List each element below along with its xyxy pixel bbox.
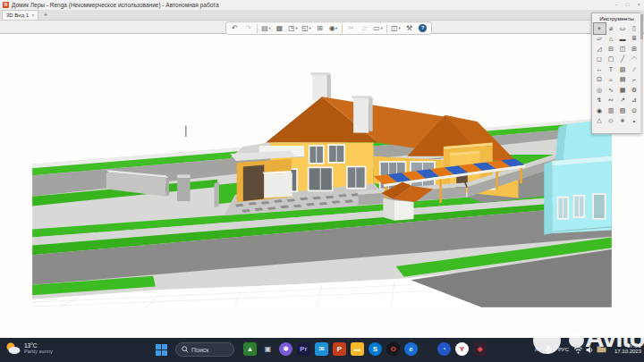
tool-point[interactable]: •	[629, 116, 640, 127]
viewport-3d[interactable]	[0, 34, 644, 338]
copy-button[interactable]: ▱	[358, 23, 371, 34]
cut-button[interactable]: ✂	[344, 23, 358, 34]
tool-dimension[interactable]: ↔	[594, 64, 606, 75]
close-button[interactable]: ×	[637, 0, 640, 10]
tool-bolt[interactable]: ⊙	[629, 105, 640, 116]
tool-roof[interactable]: ⌂	[606, 34, 617, 45]
toolbar: ↶↷▤▾▦◳▾◱▾⊞◉▾✂▱▭▾◫▾⚒?	[0, 21, 644, 34]
tab-close-icon[interactable]: ×	[31, 13, 34, 18]
panel-scrollbar[interactable]	[640, 13, 643, 134]
paste-button[interactable]: ▭▾	[371, 23, 385, 34]
app-skype-icon[interactable]: S	[369, 342, 382, 356]
renga-app-icon: R	[3, 2, 9, 8]
app-opera-icon[interactable]: O	[386, 342, 400, 356]
start-button[interactable]	[156, 344, 167, 356]
tool-floor[interactable]: ▱	[594, 34, 606, 45]
print-button[interactable]: ⊞	[313, 23, 326, 34]
tool-weld[interactable]: △	[594, 116, 606, 127]
tool-foundation[interactable]: ⊟	[606, 44, 617, 55]
tool-mark[interactable]: ◇	[606, 116, 617, 127]
app-edge-icon[interactable]: e	[404, 342, 418, 356]
tool-column[interactable]: ▯	[629, 23, 640, 34]
new-tab-button[interactable]: +	[40, 11, 50, 20]
app-browser-icon[interactable]: ◔	[437, 342, 451, 356]
app-game-app-icon[interactable]: ◆	[473, 342, 487, 356]
weather-temp: 13°C	[24, 342, 53, 349]
app-powerpoint-icon[interactable]: P	[333, 342, 346, 356]
view-mode-button[interactable]: ▤▾	[259, 23, 273, 34]
tool-electric[interactable]: ↯	[594, 96, 606, 106]
tool-beam[interactable]: ▬	[617, 34, 629, 45]
tool-ramp[interactable]: ◿	[594, 44, 606, 55]
minimize-button[interactable]: –	[615, 0, 618, 10]
app-photos-icon[interactable]: ▲	[243, 342, 257, 356]
tool-view[interactable]: ◉	[594, 105, 606, 116]
tool-text[interactable]: T	[606, 64, 617, 75]
tray-folder-icon[interactable]	[597, 345, 606, 353]
tool-equipment[interactable]: ⚙	[629, 85, 640, 96]
tool-route[interactable]: ↗	[617, 96, 629, 106]
app-mail-icon[interactable]: ✉	[315, 342, 328, 356]
tool-room[interactable]: ▢	[606, 55, 617, 65]
tool-pipe[interactable]: ∿	[606, 85, 617, 96]
date: 17.10.2023	[614, 349, 641, 354]
tool-symbol[interactable]: ∗	[617, 116, 629, 127]
tools-grid: ⌖⌀▭▯▱⌂▬≣◿⊟◫⊞◻▢╱◠↔T▨∕⊡≈▤⌐◎∿▦⚙↯∾↗⊿◉▥▧⊙△◇∗•	[592, 21, 641, 126]
tool-opening[interactable]: ◻	[594, 55, 606, 65]
language-indicator[interactable]: РУС	[558, 347, 569, 352]
tool-wall[interactable]: ▭	[617, 23, 629, 34]
microphone-icon[interactable]	[545, 345, 552, 355]
tool-plate[interactable]: ▤	[617, 75, 629, 86]
tool-sheet[interactable]: ▧	[617, 105, 629, 116]
speaker-icon[interactable]	[586, 346, 594, 354]
maximize-button[interactable]: □	[626, 0, 630, 10]
tool-hole[interactable]: ◎	[594, 85, 606, 96]
window-title: Домик Леры - Renga (Некоммерческое испол…	[12, 2, 219, 8]
app-task-view-icon[interactable]: ▣	[261, 342, 275, 356]
weather-widget[interactable]: 13°C Partly sunny	[5, 341, 53, 355]
redo-button[interactable]: ↷	[242, 23, 255, 34]
tool-grid-axis[interactable]: ◠	[629, 55, 640, 65]
tool-cable[interactable]: ∾	[606, 96, 617, 106]
measure-tools-button[interactable]: ⚒	[402, 23, 416, 34]
tool-door[interactable]: ◫	[617, 44, 629, 55]
tool-duct[interactable]: ▦	[617, 85, 629, 96]
app-premiere-icon[interactable]: Pr	[297, 342, 310, 356]
tab-3d-view[interactable]: 3D Вид 1 ×	[2, 10, 38, 20]
save-button[interactable]: ◳▾	[286, 23, 300, 34]
tool-rebar[interactable]: ≈	[606, 75, 617, 86]
export-button[interactable]: ◱▾	[300, 23, 313, 34]
clock[interactable]: 17:01 17.10.2023	[614, 342, 641, 354]
tool-level[interactable]: ╱	[617, 55, 629, 65]
undo-button[interactable]: ↶	[228, 23, 242, 34]
collaboration-button[interactable]: ◉▾	[326, 23, 340, 34]
app-explorer-icon[interactable]: ▬	[351, 342, 364, 356]
tool-measure[interactable]: ⌀	[606, 23, 617, 34]
tool-section[interactable]: ⊿	[629, 96, 640, 106]
tool-stair[interactable]: ≣	[629, 34, 640, 45]
tool-profile[interactable]: ⌐	[629, 75, 640, 86]
toolbar-separator	[386, 24, 387, 33]
search-icon	[182, 346, 189, 353]
tool-line[interactable]: ∕	[629, 64, 640, 75]
help-button[interactable]: ?	[416, 23, 429, 34]
chimney	[353, 97, 369, 133]
visual-style-button[interactable]: ◫▾	[389, 23, 402, 34]
app-copilot-icon[interactable]: ✱	[279, 342, 292, 356]
toolbar-separator	[257, 24, 258, 33]
tool-table[interactable]: ▥	[606, 105, 617, 116]
search-box[interactable]: Поиск	[175, 342, 234, 357]
tool-window[interactable]: ⊞	[629, 44, 640, 55]
taskbar: 13°C Partly sunny Поиск ▲▣✱Pr✉P▬SOe◔Y◆ ∧…	[0, 338, 644, 362]
tool-assembly[interactable]: ⊡	[594, 75, 606, 86]
tab-label: 3D Вид 1	[6, 13, 29, 18]
wifi-icon[interactable]	[573, 346, 583, 354]
tray-chevron-icon[interactable]: ∧	[534, 346, 538, 353]
garage-door	[243, 165, 264, 201]
tool-select[interactable]: ⌖	[594, 23, 606, 34]
window-controls: – □ ×	[615, 0, 640, 10]
windows-logo-icon	[156, 344, 161, 349]
tool-hatch[interactable]: ▨	[617, 64, 629, 75]
app-yandex-app-icon[interactable]: Y	[455, 342, 469, 356]
snapshot-button[interactable]: ▦	[273, 23, 286, 34]
